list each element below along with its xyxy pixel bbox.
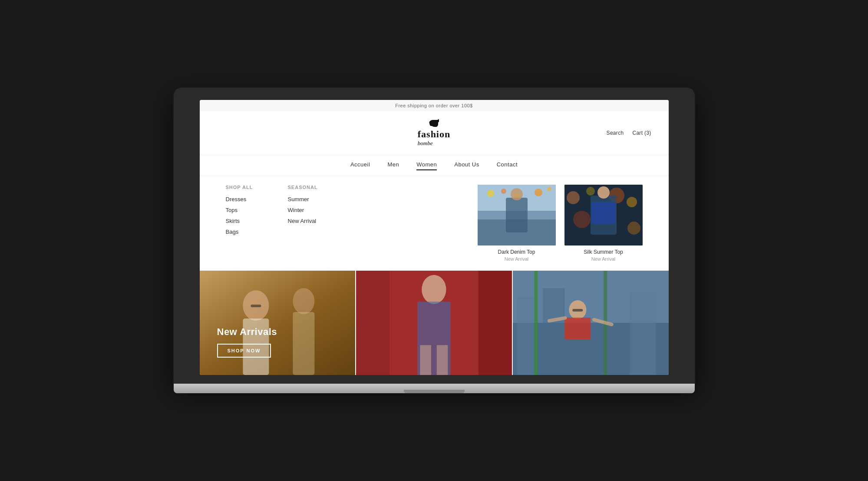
main-navigation: Accueil Men Women About Us Contact xyxy=(200,155,669,176)
dropdown-item-skirts[interactable]: Skirts xyxy=(226,218,253,224)
dropdown-item-dresses[interactable]: Dresses xyxy=(226,196,253,202)
logo[interactable]: fashion bombe xyxy=(418,119,450,147)
svg-point-13 xyxy=(586,187,595,196)
nav-item-accueil[interactable]: Accueil xyxy=(350,161,370,169)
svg-rect-35 xyxy=(437,345,448,375)
product-1-name: Dark Denim Top xyxy=(498,249,535,255)
browser-screen: Free shipping on order over 100$ Search … xyxy=(200,100,669,375)
featured-product-2[interactable]: Silk Summer Top New Arrival xyxy=(564,185,643,262)
dropdown-item-tops[interactable]: Tops xyxy=(226,207,253,213)
hero-panel-3 xyxy=(512,271,669,375)
svg-point-0 xyxy=(436,121,437,122)
svg-rect-22 xyxy=(200,271,356,375)
logo-dog-icon xyxy=(428,119,440,129)
svg-rect-9 xyxy=(506,198,528,232)
svg-rect-34 xyxy=(420,345,431,375)
svg-point-17 xyxy=(627,222,640,235)
svg-point-12 xyxy=(567,191,580,204)
hero-image-1 xyxy=(200,271,356,375)
featured-product-1[interactable]: Dark Denim Top New Arrival xyxy=(478,185,556,262)
nav-item-about[interactable]: About Us xyxy=(454,161,479,169)
hero-image-3 xyxy=(513,271,669,375)
hero-panel-2 xyxy=(355,271,512,375)
svg-rect-44 xyxy=(564,318,591,339)
announcement-text: Free shipping on order over 100$ xyxy=(395,103,473,108)
screen-bezel: Free shipping on order over 100$ Search … xyxy=(174,88,695,384)
laptop-frame: Free shipping on order over 100$ Search … xyxy=(174,88,695,393)
svg-rect-47 xyxy=(572,309,583,312)
nav-item-women[interactable]: Women xyxy=(416,161,437,169)
product-2-image xyxy=(564,185,643,245)
dropdown-col2-heading: Seasonal xyxy=(288,185,318,190)
svg-point-5 xyxy=(501,189,506,194)
nav-item-men[interactable]: Men xyxy=(387,161,399,169)
laptop-base xyxy=(174,384,695,393)
header-actions: Search Cart (3) xyxy=(607,130,651,136)
women-dropdown-menu: Shop All Dresses Tops Skirts Bags Season… xyxy=(200,176,669,271)
svg-point-8 xyxy=(547,187,551,191)
dropdown-seasonal-column: Seasonal Summer Winter New Arrival xyxy=(288,185,318,262)
dropdown-item-new-arrival[interactable]: New Arrival xyxy=(288,218,318,224)
svg-rect-27 xyxy=(251,305,261,307)
dropdown-shop-all-column: Shop All Dresses Tops Skirts Bags xyxy=(226,185,253,262)
svg-rect-38 xyxy=(517,297,534,375)
hero-section: New Arrivals SHOP NOW xyxy=(200,271,669,375)
svg-point-15 xyxy=(627,197,637,207)
product-1-illustration xyxy=(478,185,556,245)
site-header: Search Cart (3) fashion bombe xyxy=(200,111,669,155)
shop-now-button[interactable]: SHOP NOW xyxy=(217,344,271,358)
product-1-image xyxy=(478,185,556,245)
svg-point-25 xyxy=(293,288,314,314)
svg-rect-40 xyxy=(630,292,656,375)
svg-point-19 xyxy=(597,186,610,199)
svg-point-7 xyxy=(535,189,542,196)
search-button[interactable]: Search xyxy=(607,130,624,136)
hero-image-2 xyxy=(356,271,512,375)
dropdown-item-bags[interactable]: Bags xyxy=(226,229,253,235)
dropdown-item-winter[interactable]: Winter xyxy=(288,207,318,213)
svg-point-10 xyxy=(511,188,523,200)
product-2-tag: New Arrival xyxy=(591,256,616,262)
svg-rect-20 xyxy=(591,202,616,224)
dropdown-col1-heading: Shop All xyxy=(226,185,253,190)
svg-rect-41 xyxy=(534,271,538,375)
svg-rect-26 xyxy=(293,312,314,375)
logo-tagline: bombe xyxy=(418,140,433,146)
svg-point-16 xyxy=(573,211,591,228)
product-2-illustration xyxy=(564,185,643,245)
nav-item-contact[interactable]: Contact xyxy=(497,161,518,169)
hero-content: New Arrivals SHOP NOW xyxy=(217,326,277,358)
announcement-bar: Free shipping on order over 100$ xyxy=(200,100,669,111)
svg-point-32 xyxy=(422,275,446,304)
hero-title: New Arrivals xyxy=(217,326,277,338)
cart-button[interactable]: Cart (3) xyxy=(632,130,651,136)
dropdown-featured-products: Dark Denim Top New Arrival xyxy=(478,185,643,262)
dropdown-item-summer[interactable]: Summer xyxy=(288,196,318,202)
product-1-tag: New Arrival xyxy=(505,256,529,262)
product-2-name: Silk Summer Top xyxy=(584,249,623,255)
svg-point-4 xyxy=(487,190,494,197)
logo-brand-name: fashion xyxy=(418,129,450,139)
svg-rect-39 xyxy=(543,288,564,375)
hero-panel-1: New Arrivals SHOP NOW xyxy=(200,271,356,375)
